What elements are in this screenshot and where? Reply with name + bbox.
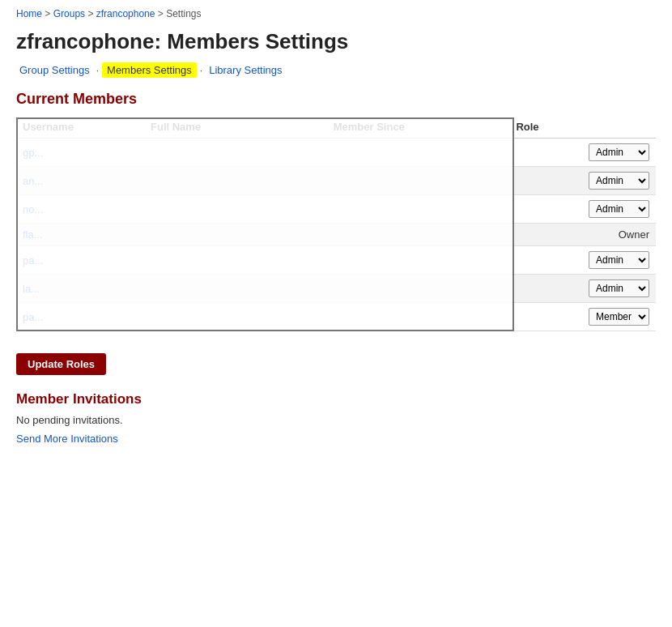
member-since-cell (327, 139, 510, 167)
member-since-cell (327, 167, 510, 195)
member-since-cell (327, 246, 510, 275)
member-fullname-cell (144, 139, 327, 167)
members-table-wrapper: Username Full Name Member Since Role gp.… (16, 117, 656, 331)
member-role-cell: MemberAdmin (509, 195, 656, 224)
member-role-cell: Owner (509, 224, 656, 246)
update-roles-button[interactable]: Update Roles (16, 353, 106, 375)
table-row: an...MemberAdmin (16, 167, 656, 195)
member-fullname-cell (144, 275, 327, 303)
member-username-cell: fla... (16, 224, 144, 246)
member-fullname-cell (144, 167, 327, 195)
member-username-cell: an... (16, 167, 144, 195)
member-fullname-cell (144, 195, 327, 224)
table-row: la...MemberAdmin (16, 275, 656, 303)
table-row: no...MemberAdmin (16, 195, 656, 224)
member-fullname-cell (144, 224, 327, 246)
current-members-heading: Current Members (16, 91, 656, 108)
col-header-username: Username (16, 117, 144, 139)
member-role-cell: MemberAdmin (509, 139, 656, 167)
table-row: pa...MemberAdmin (16, 303, 656, 331)
member-role-select[interactable]: MemberAdmin (589, 172, 649, 190)
tab-sep-1: · (96, 65, 99, 76)
member-username-cell: pa... (16, 246, 144, 275)
member-since-cell (327, 195, 510, 224)
breadcrumb-group-name[interactable]: zfrancophone (96, 8, 155, 19)
member-role-cell: MemberAdmin (509, 246, 656, 275)
member-role-select[interactable]: MemberAdmin (589, 251, 649, 269)
tab-sep-2: · (200, 65, 202, 76)
member-username-cell: la... (16, 275, 144, 303)
member-username-link[interactable]: no... (23, 203, 43, 215)
table-row: fla...Owner (16, 224, 656, 246)
page-title: zfrancophone: Members Settings (16, 29, 656, 54)
col-header-membersince: Member Since (327, 117, 510, 139)
breadcrumb-sep-1: > (45, 8, 53, 19)
member-username-link[interactable]: la... (23, 283, 40, 295)
tab-library-settings[interactable]: Library Settings (206, 62, 285, 78)
breadcrumb-home[interactable]: Home (16, 8, 42, 19)
col-header-fullname: Full Name (144, 117, 327, 139)
breadcrumb-sep-2: > (87, 8, 96, 19)
member-username-link[interactable]: pa... (23, 254, 43, 267)
member-fullname-cell (144, 303, 327, 331)
send-more-invitations-link[interactable]: Send More Invitations (16, 433, 118, 445)
table-row: gp...MemberAdmin (16, 139, 656, 167)
tab-members-settings[interactable]: Members Settings (102, 62, 197, 78)
col-header-role: Role (509, 117, 656, 139)
member-username-cell: no... (16, 195, 144, 224)
tabs-nav: Group Settings · Members Settings · Libr… (16, 62, 656, 78)
member-role-select[interactable]: MemberAdmin (589, 143, 649, 161)
breadcrumb-current: Settings (166, 8, 201, 19)
table-row: pa...MemberAdmin (16, 246, 656, 275)
breadcrumb-groups[interactable]: Groups (53, 8, 85, 19)
member-role-cell: MemberAdmin (509, 303, 656, 331)
member-username-link[interactable]: pa... (23, 311, 43, 323)
member-role-select[interactable]: MemberAdmin (589, 308, 649, 326)
member-role-select[interactable]: MemberAdmin (589, 279, 649, 297)
table-header-row: Username Full Name Member Since Role (16, 117, 656, 139)
member-role-owner: Owner (619, 228, 649, 241)
member-username-link[interactable]: an... (23, 175, 43, 187)
breadcrumb-sep-3: > (158, 8, 166, 19)
member-username-cell: gp... (16, 139, 144, 167)
tab-group-settings[interactable]: Group Settings (16, 62, 93, 78)
member-since-cell (327, 224, 510, 246)
member-username-cell: pa... (16, 303, 144, 331)
member-role-cell: MemberAdmin (509, 167, 656, 195)
member-since-cell (327, 303, 510, 331)
member-username-link[interactable]: fla... (23, 228, 43, 241)
no-pending-text: No pending invitations. (16, 414, 656, 426)
member-since-cell (327, 275, 510, 303)
member-invitations-heading: Member Invitations (16, 391, 656, 407)
member-role-select[interactable]: MemberAdmin (589, 200, 649, 218)
breadcrumb: Home > Groups > zfrancophone > Settings (16, 8, 656, 19)
member-role-cell: MemberAdmin (509, 275, 656, 303)
members-table: Username Full Name Member Since Role gp.… (16, 117, 656, 331)
member-fullname-cell (144, 246, 327, 275)
member-username-link[interactable]: gp... (23, 147, 43, 159)
